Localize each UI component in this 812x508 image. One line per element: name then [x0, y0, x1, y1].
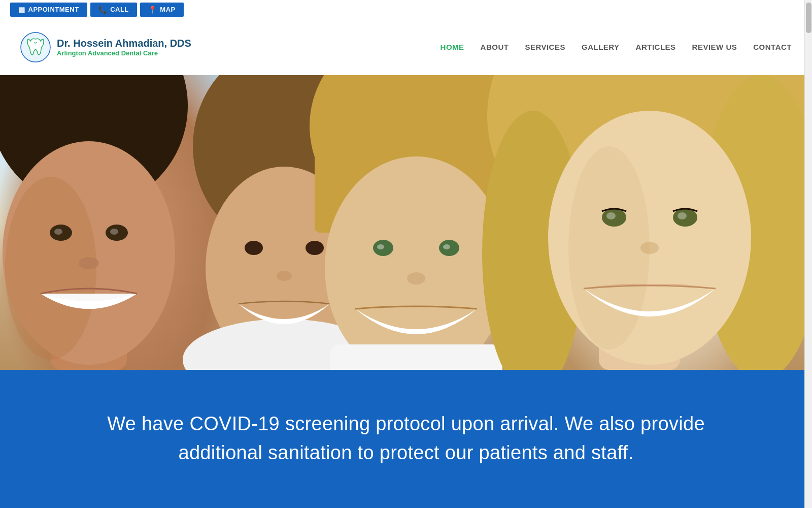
svg-point-8: [54, 229, 62, 235]
nav-services[interactable]: SERVICES: [525, 43, 565, 51]
svg-point-35: [678, 212, 687, 219]
nav-about[interactable]: ABOUT: [481, 43, 509, 51]
svg-point-25: [407, 272, 425, 284]
svg-point-5: [5, 177, 96, 360]
svg-point-23: [377, 244, 384, 249]
phone-icon: 📞: [98, 6, 108, 14]
calendar-icon: ▦: [18, 6, 25, 14]
svg-point-31: [568, 146, 650, 350]
scrollbar[interactable]: [804, 0, 812, 508]
nav-articles[interactable]: ARTICLES: [636, 43, 676, 51]
svg-point-15: [306, 241, 324, 255]
nav-review-us[interactable]: REVIEW US: [692, 43, 737, 51]
nav-gallery[interactable]: GALLERY: [582, 43, 620, 51]
covid-banner: We have COVID-19 screening protocol upon…: [0, 370, 812, 508]
logo-area[interactable]: Dr. Hossein Ahmadian, DDS Arlington Adva…: [20, 32, 191, 62]
svg-point-24: [443, 244, 450, 249]
site-header: Dr. Hossein Ahmadian, DDS Arlington Adva…: [0, 19, 812, 75]
utility-bar: ▦ APPOINTMENT 📞 CALL 📍 MAP: [0, 0, 812, 19]
practice-name: Arlington Advanced Dental Care: [57, 49, 191, 57]
svg-rect-20: [330, 344, 502, 370]
map-button[interactable]: 📍 MAP: [140, 3, 184, 17]
hero-illustration: [0, 75, 812, 370]
call-button[interactable]: 📞 CALL: [90, 3, 137, 17]
logo-text: Dr. Hossein Ahmadian, DDS Arlington Adva…: [57, 38, 191, 57]
svg-point-9: [110, 229, 118, 235]
svg-point-16: [277, 271, 292, 281]
svg-point-19: [325, 156, 507, 370]
appointment-button[interactable]: ▦ APPOINTMENT: [10, 3, 87, 17]
map-pin-icon: 📍: [148, 6, 157, 14]
nav-contact[interactable]: CONTACT: [753, 43, 792, 51]
main-nav: HOME ABOUT SERVICES GALLERY ARTICLES REV…: [441, 43, 792, 51]
covid-text: We have COVID-19 screening protocol upon…: [101, 409, 710, 467]
svg-point-10: [79, 257, 99, 269]
logo-icon: [20, 32, 51, 62]
nav-home[interactable]: HOME: [441, 43, 464, 51]
scrollbar-thumb[interactable]: [806, 3, 811, 33]
hero-section: [0, 75, 812, 370]
svg-point-14: [245, 241, 263, 255]
svg-point-36: [640, 242, 659, 254]
doctor-name: Dr. Hossein Ahmadian, DDS: [57, 38, 191, 49]
svg-point-34: [606, 212, 616, 219]
